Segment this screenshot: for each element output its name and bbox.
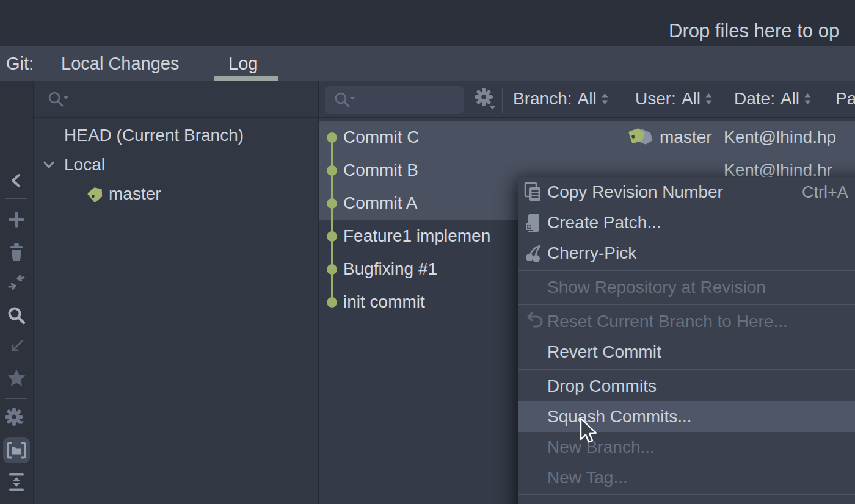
empty-icon-slot [523,436,545,458]
menu-item-label: Squash Commits... [547,407,692,427]
commit-node [327,198,337,209]
commit-message: Bugfixing #1 [343,253,437,286]
ide-window: Drop files here to op Git: Local Changes… [0,0,855,504]
tags-icon [628,125,656,149]
branches-panel: HEAD (Current Branch) Local master [34,81,318,504]
chevron-down-icon [41,157,57,173]
git-toolwindow-tabbar: Git: Local Changes Log [0,46,855,82]
tree-item-label: master [109,184,161,204]
commit-author: Kent@lhind.hp [724,121,836,154]
tree-item-head[interactable]: HEAD (Current Branch) [34,121,318,150]
filter-label: User: [635,89,676,109]
commit-graph-line [331,137,333,302]
create-patch-icon [523,212,545,234]
menu-item-label: Cherry-Pick [547,243,636,263]
filter-label: Date: [734,89,775,109]
paths-filter[interactable]: Pa [835,81,855,117]
tree-item-label: Local [64,155,105,175]
empty-icon-slot [523,467,545,489]
branches-search-field[interactable] [34,81,318,118]
commit-node [327,165,337,176]
empty-icon-slot [523,276,545,298]
menu-item-revert-commit[interactable]: Revert Commit [518,337,855,367]
empty-icon-slot [523,341,545,363]
sort-arrows-icon [804,92,812,106]
search-icon [333,91,358,110]
filter-value: All [578,89,597,109]
mouse-cursor [579,417,605,447]
favorites-star-icon[interactable] [0,366,33,391]
settings-gear-icon[interactable] [0,407,33,431]
menu-item-new-branch[interactable]: New Branch... [518,432,855,463]
delete-icon[interactable] [0,240,33,264]
filter-value: All [682,89,700,109]
commit-message: Commit C [343,121,419,154]
left-toolbar [0,81,34,504]
commit-row-commit-c[interactable]: Commit C master Kent@lhind.hp [319,121,855,154]
tree-item-master[interactable]: master [34,179,318,209]
user-filter[interactable]: User: All [635,81,713,117]
menu-item-label: Drop Commits [547,376,657,396]
log-header: Branch: All User: All Date: All Pa [319,81,855,118]
empty-icon-slot [523,375,545,397]
date-filter[interactable]: Date: All [734,81,812,117]
commit-message: init commit [343,286,425,319]
commit-node [327,297,337,308]
copy-icon [523,181,545,203]
sort-arrows-icon [705,92,713,106]
toolbar-divider [5,398,27,399]
toolbar-divider [5,198,27,199]
menu-item-drop-commits[interactable]: Drop Commits [518,371,855,401]
menu-item-squash-commits[interactable]: Squash Commits... [518,401,855,432]
compare-icon[interactable] [0,270,33,295]
menu-item-label: Copy Revision Number [547,182,723,202]
filter-value: All [780,89,799,109]
tree-item-local[interactable]: Local [34,150,318,179]
commit-message: Feature1 implemen [343,220,490,253]
tab-log-label: Log [228,54,258,73]
cherry-pick-icon [523,242,545,264]
menu-item-create-patch[interactable]: Create Patch... [518,207,855,238]
expand-all-icon[interactable] [0,470,33,494]
tab-log[interactable]: Log [228,54,258,74]
back-icon[interactable] [0,168,33,193]
branch-filter[interactable]: Branch: All [513,81,609,117]
group-by-repository-icon[interactable] [0,438,33,463]
ref-branch-label: master [660,128,712,147]
tag-icon [84,182,107,206]
menu-item-label: New Tag... [547,468,628,488]
log-search-field[interactable] [325,86,464,114]
menu-item-label: Show Repository at Revision [547,278,766,297]
commit-message: Commit A [343,187,417,220]
sort-arrows-icon [601,92,609,106]
menu-item-label: Revert Commit [547,342,661,362]
menu-item-reset-current-branch[interactable]: Reset Current Branch to Here... [518,306,855,337]
commit-node [327,231,337,242]
header-divider [502,88,503,113]
commit-message: Commit B [343,154,418,187]
active-tab-underline [214,76,278,81]
reset-icon [523,311,545,333]
empty-icon-slot [523,406,545,428]
menu-item-new-tag[interactable]: New Tag... [518,463,855,493]
tree-item-label: HEAD (Current Branch) [64,126,244,145]
drop-files-hint: Drop files here to op [669,20,839,42]
menu-item-cherry-pick[interactable]: Cherry-Pick [518,238,855,268]
editor-drop-area: Drop files here to op [0,0,855,46]
menu-item-copy-revision-number[interactable]: Copy Revision Number Ctrl+A [518,177,855,207]
log-settings-gear-icon[interactable] [473,87,500,116]
commit-context-menu: Copy Revision Number Ctrl+A Create Patch… [518,177,855,504]
commit-node [327,264,337,275]
edit-arrow-icon[interactable] [0,334,33,359]
tab-local-changes[interactable]: Local Changes [61,54,179,74]
menu-item-shortcut: Ctrl+A [802,183,848,202]
menu-item-label: Reset Current Branch to Here... [547,312,788,331]
menu-item-label: Create Patch... [547,213,661,232]
commit-refs: master [628,121,712,154]
add-icon[interactable] [0,207,33,232]
commit-node [327,132,337,143]
toolwindow-title: Git: [6,54,34,74]
search-icon[interactable] [0,304,33,328]
menu-item-show-repository-at-revision[interactable]: Show Repository at Revision [518,272,855,303]
filter-label: Pa [835,89,855,109]
